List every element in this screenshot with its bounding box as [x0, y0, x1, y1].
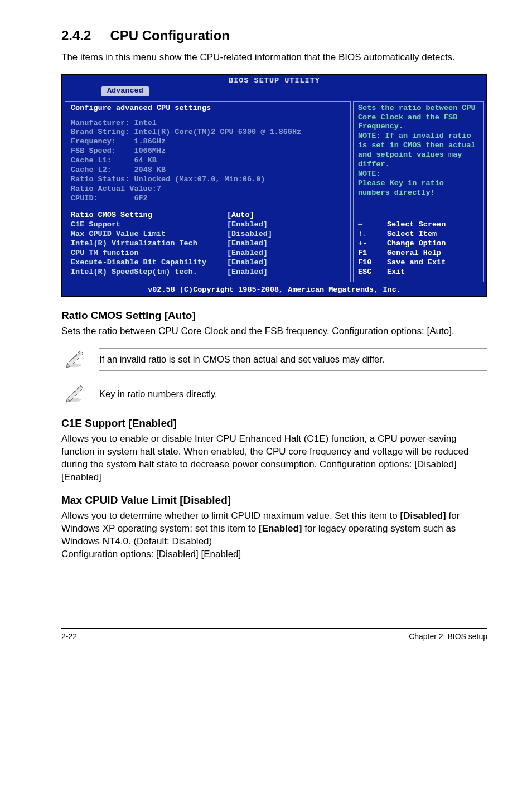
bios-setting-row[interactable]: Intel(R) SpeedStep(tm) tech.[Enabled] — [71, 268, 345, 277]
bios-setting-value: [Enabled] — [227, 220, 268, 230]
ratio-heading: Ratio CMOS Setting [Auto] — [61, 310, 487, 322]
bios-setting-label: Intel(R) SpeedStep(tm) tech. — [71, 268, 227, 277]
bios-setting-value: [Disabled] — [227, 230, 272, 239]
pencil-note-icon — [61, 348, 88, 373]
bios-setting-value: [Enabled] — [227, 258, 268, 268]
ratio-text: Sets the ratio between CPU Core Clock an… — [61, 325, 487, 338]
bios-panel: BIOS SETUP UTILITY Advanced Configure ad… — [61, 74, 487, 298]
bios-setting-row[interactable]: CPU TM function[Enabled] — [71, 249, 345, 258]
intro-paragraph: The items in this menu show the CPU-rela… — [61, 51, 487, 64]
pencil-note-icon — [61, 383, 88, 407]
note-1: If an invalid ratio is set in CMOS then … — [61, 348, 487, 373]
note-1-text: If an invalid ratio is set in CMOS then … — [99, 348, 487, 371]
bios-setting-label: Intel(R) Virtualization Tech — [71, 239, 227, 249]
bios-key: ↔ — [358, 220, 387, 230]
cpuid-p1a: Allows you to determine whether to limit… — [61, 510, 400, 521]
c1e-heading: C1E Support [Enabled] — [61, 417, 487, 429]
bios-key: ↑↓ — [358, 230, 387, 239]
page-footer: 2-22 Chapter 2: BIOS setup — [61, 628, 487, 641]
bios-setting-row[interactable]: Ratio CMOS Setting[Auto] — [71, 211, 345, 220]
section-heading: 2.4.2CPU Configuration — [61, 28, 487, 44]
note-2: Key in ratio numbers directly. — [61, 383, 487, 407]
section-number: 2.4.2 — [61, 28, 91, 44]
chapter-label: Chapter 2: BIOS setup — [409, 632, 487, 641]
bios-tab-bar: Advanced — [62, 86, 486, 99]
cpuid-p1b: [Disabled] — [400, 510, 446, 521]
bios-key: F1 — [358, 249, 387, 258]
bios-key-row: ↑↓Select Item — [358, 230, 479, 239]
bios-right-pane: Sets the ratio between CPU Core Clock an… — [353, 101, 484, 282]
bios-key-row: ↔Select Screen — [358, 220, 479, 230]
cpuid-text: Allows you to determine whether to limit… — [61, 510, 487, 561]
bios-setting-value: [Enabled] — [227, 239, 268, 249]
bios-setting-row[interactable]: Execute-Disable Bit Capability[Enabled] — [71, 258, 345, 268]
bios-key: ESC — [358, 268, 387, 277]
cpu-info-block: Manufacturer: Intel Brand String: Intel(… — [71, 119, 345, 204]
bios-key-desc: Select Item — [387, 230, 437, 239]
bios-setting-label: Ratio CMOS Setting — [71, 211, 227, 220]
bios-setting-row[interactable]: Max CPUID Value Limit[Disabled] — [71, 230, 345, 239]
bios-key-legend: ↔Select Screen↑↓Select Item+-Change Opti… — [358, 220, 479, 277]
c1e-text: Allows you to enable or disable Inter CP… — [61, 433, 487, 484]
section-title-text: CPU Configuration — [110, 28, 230, 43]
bios-key-desc: Exit — [387, 268, 405, 277]
bios-key: F10 — [358, 258, 387, 268]
page-number: 2-22 — [61, 632, 77, 641]
cpuid-heading: Max CPUID Value Limit [Disabled] — [61, 494, 487, 506]
bios-setting-label: CPU TM function — [71, 249, 227, 258]
tab-advanced[interactable]: Advanced — [101, 86, 149, 96]
bios-setting-row[interactable]: C1E Support[Enabled] — [71, 220, 345, 230]
bios-setting-row[interactable]: Intel(R) Virtualization Tech[Enabled] — [71, 239, 345, 249]
bios-setting-value: [Enabled] — [227, 249, 268, 258]
cpuid-p1d: [Enabled] — [259, 523, 302, 534]
bios-setting-value: [Enabled] — [227, 268, 268, 277]
cpuid-p2: Configuration options: [Disabled] [Enabl… — [61, 549, 241, 559]
cpu-settings-list: Ratio CMOS Setting[Auto]C1E Support[Enab… — [71, 211, 345, 277]
bios-setting-label: Execute-Disable Bit Capability — [71, 258, 227, 268]
bios-key-row: F1General Help — [358, 249, 479, 258]
note-2-text: Key in ratio numbers directly. — [99, 383, 487, 405]
bios-key-desc: Save and Exit — [387, 258, 446, 268]
bios-key-row: +-Change Option — [358, 239, 479, 249]
bios-help-text: Sets the ratio between CPU Core Clock an… — [358, 104, 479, 198]
bios-left-pane: Configure advanced CPU settings Manufact… — [65, 101, 351, 282]
bios-copyright: v02.58 (C)Copyright 1985-2008, American … — [62, 284, 486, 297]
bios-key-row: F10Save and Exit — [358, 258, 479, 268]
bios-key-row: ESCExit — [358, 268, 479, 277]
bios-left-title: Configure advanced CPU settings — [71, 104, 345, 113]
bios-setting-label: Max CPUID Value Limit — [71, 230, 227, 239]
bios-key-desc: Select Screen — [387, 220, 446, 230]
bios-setting-value: [Auto] — [227, 211, 254, 220]
bios-key-desc: General Help — [387, 249, 441, 258]
bios-title: BIOS SETUP UTILITY — [62, 75, 486, 86]
bios-key-desc: Change Option — [387, 239, 446, 249]
bios-key: +- — [358, 239, 387, 249]
bios-setting-label: C1E Support — [71, 220, 227, 230]
